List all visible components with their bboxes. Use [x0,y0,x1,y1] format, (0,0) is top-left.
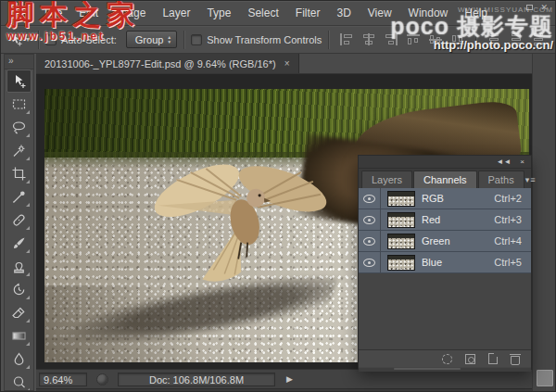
divider [38,31,39,49]
eraser-tool[interactable] [6,301,32,324]
eye-icon [363,216,375,224]
menu-select[interactable]: Select [239,6,286,19]
gradient-icon [11,328,27,344]
divider [183,31,184,49]
move-tool-icon [11,73,27,89]
eyedropper-icon [11,189,27,205]
align-right-edges-icon[interactable] [384,33,398,45]
dodge-tool[interactable] [6,371,32,391]
photoshop-window: File Edit Image Layer Type Select Filter… [0,0,556,392]
menu-3d[interactable]: 3D [328,6,359,19]
panel-tab-bar: Layers Channels Paths ▾≡ [359,169,531,188]
updown-arrows-icon: ▲▼ [167,35,171,44]
crop-tool[interactable] [6,162,32,185]
menu-view[interactable]: View [360,6,400,19]
gradient-tool[interactable] [6,324,32,348]
channel-thumbnail [387,234,415,249]
status-popup-arrow[interactable]: ▶ [286,374,293,384]
doc-size-info[interactable]: Doc: 106.8M/106.8M [118,373,275,386]
resize-grip[interactable] [537,370,553,386]
visibility-toggle[interactable] [359,231,381,251]
wand-icon [11,143,27,158]
tab-channels[interactable]: Channels [413,171,476,188]
channels-panel: ◄◄ × Layers Channels Paths ▾≡ RGB Ctrl+2… [358,155,532,370]
align-left-edges-icon[interactable] [339,33,354,45]
align-top-edges-icon[interactable] [406,33,421,45]
menu-edit[interactable]: Edit [70,6,107,19]
menu-layer[interactable]: Layer [154,6,198,19]
panel-menu-icon[interactable]: ▾≡ [525,175,542,188]
panel-scrollbar[interactable] [359,368,531,372]
move-tool[interactable] [6,70,32,93]
status-bar: 9.64% Doc: 106.8M/106.8M ▶ [36,369,532,388]
visibility-toggle[interactable] [359,252,381,272]
eyedropper-tool[interactable] [6,185,32,209]
eye-icon [363,195,375,203]
align-horizontal-centers-icon[interactable] [361,33,376,45]
menu-file[interactable]: File [36,6,70,19]
save-selection-icon[interactable] [465,354,475,364]
visibility-toggle[interactable] [359,209,381,230]
bird [142,152,340,299]
menu-help[interactable]: Help [456,6,496,19]
healing-brush-tool[interactable] [6,209,32,232]
eye-icon [363,259,375,267]
panel-empty-area [359,273,531,349]
menu-window[interactable]: Window [400,6,457,19]
visibility-toggle[interactable] [359,188,381,209]
close-panel-icon[interactable]: × [520,158,524,166]
water-drop-icon [11,351,27,367]
load-selection-icon[interactable] [442,354,452,364]
clone-stamp-tool[interactable] [6,255,32,278]
rectangular-marquee-tool[interactable] [6,93,32,116]
channel-row-rgb[interactable]: RGB Ctrl+2 [359,188,531,209]
brush-tool[interactable] [6,232,32,255]
zoom-level-field[interactable]: 9.64% [39,373,87,386]
bandage-icon [11,212,27,228]
blur-tool[interactable] [6,348,32,371]
close-icon[interactable]: × [284,58,290,69]
menu-filter[interactable]: Filter [287,6,329,19]
channel-name: RGB [422,193,444,204]
chevron-down-icon: ▾ [26,35,30,44]
history-brush-tool[interactable] [6,278,32,301]
distribute-centers-icon[interactable] [509,33,524,45]
divider [475,31,476,49]
eye-icon [363,237,375,246]
channel-shortcut: Ctrl+2 [494,193,531,204]
channel-name: Blue [422,257,442,268]
dodge-icon [11,374,27,390]
tab-layers[interactable]: Layers [361,171,412,188]
lasso-icon [11,120,27,135]
move-tool-preset[interactable]: ▾ [8,32,30,47]
align-vertical-centers-icon[interactable] [428,33,443,45]
distribute-right-icon[interactable] [531,33,546,45]
document-tab-strip: 20131006-_YPL8977-Edit.psd @ 9.64% (RGB/… [36,54,532,74]
channel-thumbnail [387,191,415,207]
collapse-panel-icon[interactable]: ◄◄ [496,158,511,166]
channel-row-green[interactable]: Green Ctrl+4 [359,231,531,252]
eraser-icon [11,305,27,321]
new-channel-icon[interactable] [488,353,498,364]
channel-row-blue[interactable]: Blue Ctrl+5 [359,252,531,273]
menu-type[interactable]: Type [198,6,239,19]
align-bottom-edges-icon[interactable] [450,33,465,45]
document-tab[interactable]: 20131006-_YPL8977-Edit.psd @ 9.64% (RGB/… [36,54,299,73]
channel-shortcut: Ctrl+3 [494,214,531,225]
menu-image[interactable]: Image [107,6,154,19]
channel-row-red[interactable]: Red Ctrl+3 [359,209,531,231]
tools-collapse-button[interactable]: » [5,55,33,70]
auto-select-group-dropdown[interactable]: Group ▲▼ [126,31,178,48]
show-transform-checkbox[interactable] [191,34,202,45]
distribute-left-icon[interactable] [486,33,501,45]
tools-panel: » [4,54,34,391]
magic-wand-tool[interactable] [6,139,32,162]
lasso-tool[interactable] [6,116,32,139]
delete-channel-icon[interactable] [511,356,520,365]
auto-select-checkbox[interactable] [45,34,57,45]
channel-thumbnail [387,212,415,228]
tab-paths[interactable]: Paths [478,171,524,188]
crop-icon [11,166,27,182]
channel-name: Red [422,214,440,225]
status-icon[interactable] [96,373,108,386]
